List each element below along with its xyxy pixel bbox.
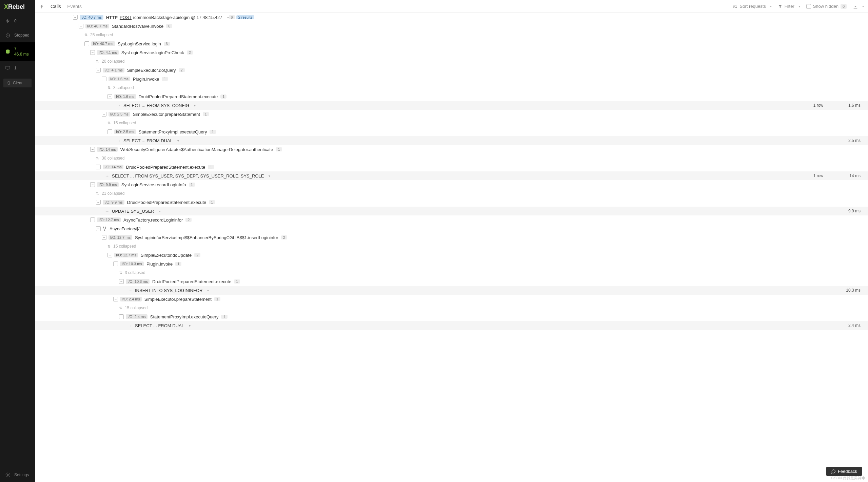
call-row[interactable]: −I/O: 9.9 msSysLoginService.recordLoginI… <box>35 180 868 189</box>
call-row[interactable]: −I/O: 1.6 msPlugin.invoke1 <box>35 75 868 83</box>
sql-row[interactable]: →SELECT ... FROM SYS_CONFIG▾1 row1.6 ms <box>35 101 868 110</box>
collapsed-icon[interactable]: ⇅ <box>95 156 100 161</box>
collapsed-icon[interactable]: ⇅ <box>118 271 123 275</box>
count-badge: 2 <box>194 253 200 257</box>
collapsed-icon[interactable]: ⇅ <box>95 59 100 64</box>
tab-events[interactable]: Events <box>67 4 82 9</box>
sort-button[interactable]: Sort requests ▾ <box>733 4 771 9</box>
collapse-toggle[interactable]: − <box>96 68 101 72</box>
collapsed-row[interactable]: ⇅3 collapsed <box>35 83 868 92</box>
collapse-toggle[interactable]: − <box>73 15 78 20</box>
call-row[interactable]: −I/O: 12.7 msAsyncFactory.recordLogininf… <box>35 215 868 224</box>
sql-row[interactable]: →SELECT ... FROM DUAL▾2.4 ms <box>35 321 868 330</box>
collapse-toggle[interactable]: − <box>90 182 95 187</box>
chevron-down-icon[interactable]: ▾ <box>269 174 270 178</box>
sidebar-item-monitor[interactable]: 1 <box>0 61 35 75</box>
download-button[interactable]: ▾ <box>853 4 864 9</box>
collapsed-row[interactable]: ⇅15 collapsed <box>35 119 868 127</box>
io-badge: I/O: 12.7 ms <box>97 217 121 222</box>
io-badge: I/O: 2.5 ms <box>108 112 130 117</box>
collapsed-row[interactable]: ⇅30 collapsed <box>35 154 868 163</box>
chevron-down-icon[interactable]: ▾ <box>189 324 191 328</box>
call-row[interactable]: −I/O: 10.3 msPlugin.invoke1 <box>35 259 868 268</box>
call-row[interactable]: −I/O: 40.7 msStandardHostValve.invoke6 <box>35 22 868 30</box>
collapse-toggle[interactable]: − <box>96 226 101 231</box>
collapsed-row[interactable]: ⇅20 collapsed <box>35 57 868 66</box>
call-row[interactable]: −I/O: 40.7 msSysLoginService.login6 <box>35 39 868 48</box>
tab-calls[interactable]: Calls <box>51 4 61 9</box>
filter-button[interactable]: Filter ▾ <box>778 4 800 9</box>
count-badge: 6 <box>166 24 172 28</box>
feedback-button[interactable]: Feedback <box>826 467 862 476</box>
collapse-toggle[interactable]: − <box>90 217 95 222</box>
sidebar-item-database[interactable]: 7 46.6 ms <box>0 42 35 61</box>
collapse-toggle[interactable]: − <box>113 261 118 266</box>
collapsed-icon[interactable]: ⇅ <box>118 306 123 310</box>
collapsed-icon[interactable]: ⇅ <box>83 33 88 37</box>
collapse-toggle[interactable]: − <box>96 200 101 205</box>
collapse-toggle[interactable]: − <box>90 50 95 55</box>
gear-icon <box>5 472 11 478</box>
collapse-toggle[interactable]: − <box>113 297 118 301</box>
collapse-toggle[interactable]: − <box>79 24 83 28</box>
call-row[interactable]: −I/O: 2.5 msStatementProxyImpl.executeQu… <box>35 127 868 136</box>
collapse-toggle[interactable]: − <box>119 314 124 319</box>
call-row[interactable]: −I/O: 2.5 msSimpleExecutor.prepareStatem… <box>35 110 868 119</box>
collapse-toggle[interactable]: − <box>102 235 106 240</box>
sidebar-item-flash[interactable]: 0 <box>0 14 35 28</box>
collapse-toggle[interactable]: − <box>96 165 101 169</box>
call-row[interactable]: −I/O: 10.3 msDruidPooledPreparedStatemen… <box>35 277 868 286</box>
feedback-label: Feedback <box>838 469 857 474</box>
sidebar-item-settings[interactable]: Settings <box>0 468 35 482</box>
sql-row[interactable]: →SELECT ... FROM DUAL▾2.5 ms <box>35 136 868 145</box>
collapsed-row[interactable]: ⇅25 collapsed <box>35 30 868 39</box>
collapse-toggle[interactable]: − <box>102 112 106 117</box>
collapsed-icon[interactable]: ⇅ <box>106 244 111 249</box>
fork-row[interactable]: −AsyncFactory$1 <box>35 224 868 233</box>
call-row[interactable]: −I/O: 1.6 msDruidPooledPreparedStatement… <box>35 92 868 101</box>
collapse-toggle[interactable]: − <box>107 129 112 134</box>
call-row[interactable]: −I/O: 2.4 msStatementProxyImpl.executeQu… <box>35 312 868 321</box>
pin-icon[interactable] <box>39 4 44 9</box>
sql-row[interactable]: →UPDATE SYS_USER▾9.9 ms <box>35 207 868 215</box>
call-row[interactable]: −I/O: 4.1 msSimpleExecutor.doQuery2 <box>35 66 868 75</box>
collapsed-icon[interactable]: ⇅ <box>106 86 111 90</box>
sidebar-item-stopped[interactable]: Stopped <box>0 28 35 42</box>
chevron-down-icon[interactable]: ▾ <box>194 104 196 107</box>
call-row[interactable]: −I/O: 4.1 msSysLoginService.loginPreChec… <box>35 48 868 57</box>
collapsed-row[interactable]: ⇅3 collapsed <box>35 268 868 277</box>
chevron-down-icon[interactable]: ▾ <box>227 16 229 19</box>
call-row[interactable]: −I/O: 40.7 msHTTPPOST/commonBackstage-ap… <box>35 13 868 22</box>
chevron-down-icon: ▾ <box>862 4 864 8</box>
call-row[interactable]: −I/O: 2.4 msSimpleExecutor.prepareStatem… <box>35 295 868 303</box>
svg-rect-2 <box>6 66 10 69</box>
sql-row[interactable]: →SELECT ... FROM SYS_USER, SYS_DEPT, SYS… <box>35 171 868 180</box>
call-row[interactable]: −I/O: 14 msDruidPooledPreparedStatement.… <box>35 163 868 171</box>
call-row[interactable]: −I/O: 9.9 msDruidPooledPreparedStatement… <box>35 198 868 207</box>
chevron-down-icon[interactable]: ▾ <box>177 139 179 143</box>
collapsed-row[interactable]: ⇅21 collapsed <box>35 189 868 198</box>
watermark: CSDN @我是男神◆ <box>831 476 865 481</box>
call-row[interactable]: −I/O: 12.7 msSimpleExecutor.doUpdate2 <box>35 251 868 259</box>
call-row[interactable]: −I/O: 12.7 msSysLogininforServiceImpl$$E… <box>35 233 868 242</box>
collapse-toggle[interactable]: − <box>84 41 89 46</box>
collapse-toggle[interactable]: − <box>119 279 124 284</box>
count-badge: 1 <box>234 279 240 284</box>
collapsed-row[interactable]: ⇅15 collapsed <box>35 303 868 312</box>
collapsed-row[interactable]: ⇅15 collapsed <box>35 242 868 251</box>
method-name: AsyncFactory$1 <box>110 226 141 231</box>
sql-row[interactable]: →INSERT INTO SYS_LOGININFOR▾10.3 ms <box>35 286 868 295</box>
collapsed-icon[interactable]: ⇅ <box>106 121 111 125</box>
show-hidden-toggle[interactable]: Show hidden 0 <box>806 4 847 9</box>
collapse-toggle[interactable]: − <box>107 253 112 257</box>
call-row[interactable]: −I/O: 14 msWebSecurityConfigurerAdapter$… <box>35 145 868 154</box>
collapsed-icon[interactable]: ⇅ <box>95 191 100 196</box>
collapse-toggle[interactable]: − <box>107 94 112 99</box>
clear-button[interactable]: Clear <box>3 79 32 87</box>
collapse-toggle[interactable]: − <box>102 77 106 81</box>
method-name: StatementProxyImpl.executeQuery <box>139 129 207 134</box>
chevron-down-icon[interactable]: ▾ <box>159 209 161 213</box>
chevron-down-icon[interactable]: ▾ <box>207 289 209 292</box>
request-path: /commonBackstage-api/login @ 17:48:15.42… <box>133 15 222 20</box>
collapse-toggle[interactable]: − <box>90 147 95 152</box>
